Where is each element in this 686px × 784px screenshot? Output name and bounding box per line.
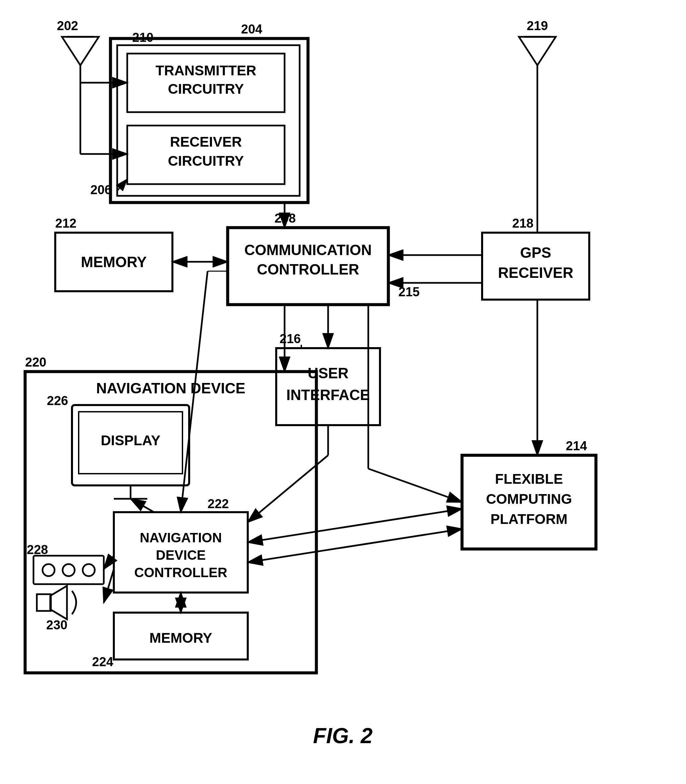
ref-206: 206 — [90, 183, 111, 197]
display-label: DISPLAY — [101, 433, 160, 448]
fcp-label3: PLATFORM — [490, 511, 567, 527]
svg-marker-18 — [519, 37, 556, 65]
svg-line-47 — [248, 509, 462, 542]
svg-rect-24 — [25, 372, 316, 673]
transmitter-label: TRANSMITTER — [156, 63, 256, 78]
svg-point-35 — [63, 564, 75, 576]
comm-controller-label2: CONTROLLER — [257, 261, 359, 278]
ndc-label1: NAVIGATION — [140, 530, 222, 545]
diagram: 202 204 210 TRANSMITTER CIRCUITRY RECEIV… — [0, 0, 686, 784]
ref-222: 222 — [207, 497, 229, 511]
ref-212: 212 — [55, 216, 76, 230]
svg-rect-32 — [37, 594, 51, 611]
svg-rect-33 — [33, 556, 104, 584]
fcp-label1: FLEXIBLE — [495, 471, 563, 487]
ndc-label2: DEVICE — [156, 548, 206, 562]
ref-218: 218 — [512, 216, 533, 230]
memory-224-label: MEMORY — [149, 630, 212, 646]
svg-line-11 — [117, 179, 127, 191]
svg-line-43 — [368, 469, 462, 502]
gps-label2: RECEIVER — [498, 265, 573, 281]
receiver-label2: CIRCUITRY — [168, 153, 244, 169]
schematic-svg: 202 204 210 TRANSMITTER CIRCUITRY RECEIV… — [0, 0, 686, 784]
ref-230: 230 — [46, 618, 67, 632]
ui-label2: INTERFACE — [286, 387, 370, 403]
ref-204: 204 — [241, 22, 262, 36]
ref-220: 220 — [25, 355, 46, 369]
ref-215: 215 — [399, 285, 420, 299]
svg-line-50 — [131, 499, 154, 512]
ndc-label3: CONTROLLER — [134, 565, 227, 580]
svg-line-53 — [104, 556, 114, 569]
ref-216: 216 — [279, 332, 301, 346]
svg-point-34 — [42, 564, 55, 576]
gps-label1: GPS — [520, 244, 551, 261]
ref-224: 224 — [92, 655, 113, 669]
ref-228: 228 — [27, 543, 48, 557]
ref-202: 202 — [57, 19, 78, 33]
svg-marker-31 — [50, 586, 67, 619]
memory-212-label: MEMORY — [81, 254, 147, 270]
ref-226: 226 — [47, 394, 68, 408]
svg-line-48 — [248, 529, 462, 562]
svg-line-52 — [104, 569, 114, 603]
ref-210: 210 — [132, 31, 154, 44]
transmitter-label2: CIRCUITRY — [168, 81, 244, 97]
svg-marker-4 — [62, 37, 99, 65]
fcp-label2: COMPUTING — [486, 491, 572, 507]
ref-219: 219 — [527, 19, 548, 33]
comm-controller-label1: COMMUNICATION — [244, 242, 372, 258]
receiver-label: RECEIVER — [170, 134, 242, 150]
svg-point-36 — [83, 564, 95, 576]
ref-214: 214 — [566, 439, 587, 453]
fig-label: FIG. 2 — [313, 724, 372, 748]
nav-device-label: NAVIGATION DEVICE — [96, 380, 245, 396]
